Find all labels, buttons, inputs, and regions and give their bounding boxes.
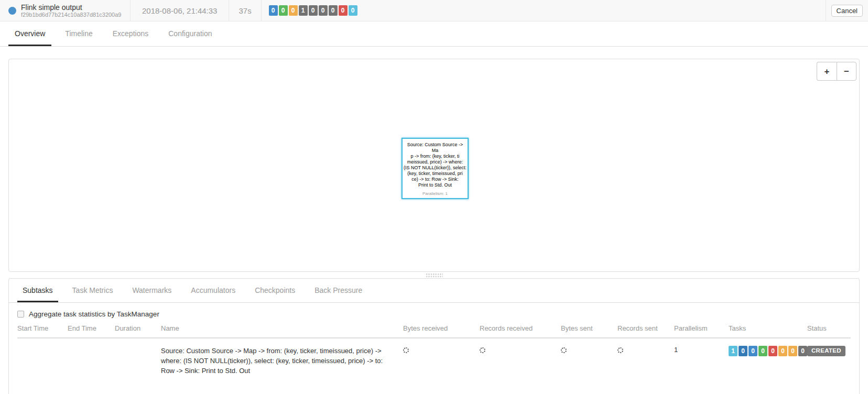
job-id: f29b1bd6d77b214c10a837d81c3200a9 xyxy=(21,12,121,18)
cell-bytes-sent xyxy=(561,338,617,382)
col-records-sent: Records sent xyxy=(617,318,674,338)
task-count-badge: 0 xyxy=(788,346,797,356)
job-header: Flink simple output f29b1bd6d77b214c10a8… xyxy=(0,0,868,21)
task-count-badge: 0 xyxy=(289,5,298,16)
col-bytes-received: Bytes received xyxy=(403,318,480,338)
task-count-badge: 1 xyxy=(299,5,308,16)
status-badge: CREATED xyxy=(807,346,845,356)
tab-configuration[interactable]: Configuration xyxy=(162,22,218,46)
cell-name: Source: Custom Source -> Map -> from: (k… xyxy=(161,338,403,382)
tab-back-pressure[interactable]: Back Pressure xyxy=(309,279,367,302)
task-count-badge: 0 xyxy=(329,5,338,16)
cell-records-received xyxy=(480,338,561,382)
task-count-badge: 0 xyxy=(349,5,357,16)
subtask-status-badges: 10000000 xyxy=(729,346,803,356)
col-duration: Duration xyxy=(115,318,161,338)
job-start-time: 2018-08-06, 21:44:33 xyxy=(131,0,229,21)
task-count-badge: 0 xyxy=(758,346,767,356)
task-count-badge: 0 xyxy=(798,346,807,356)
job-detail-panel: Subtasks Task Metrics Watermarks Accumul… xyxy=(8,278,860,394)
cell-parallelism: 1 xyxy=(674,338,729,382)
job-identity: Flink simple output f29b1bd6d77b214c10a8… xyxy=(0,0,130,21)
job-task-status-badges: 000100000 xyxy=(262,0,365,21)
cell-status: CREATED xyxy=(807,338,851,382)
col-records-received: Records received xyxy=(480,318,561,338)
tab-overview[interactable]: Overview xyxy=(8,22,51,46)
task-count-badge: 0 xyxy=(748,346,757,356)
zoom-in-button[interactable]: + xyxy=(817,62,837,81)
cancel-button[interactable]: Cancel xyxy=(831,5,863,17)
cell-end-time xyxy=(68,338,115,382)
vertex-parallelism: Parallelism: 1 xyxy=(422,191,448,196)
task-count-badge: 1 xyxy=(729,346,737,356)
col-end-time: End Time xyxy=(68,318,115,338)
col-parallelism: Parallelism xyxy=(674,318,729,338)
tab-accumulators[interactable]: Accumulators xyxy=(186,279,241,302)
spinner-icon xyxy=(480,347,485,353)
task-count-badge: 0 xyxy=(739,346,747,356)
cell-records-sent xyxy=(617,338,674,382)
task-count-badge: 0 xyxy=(778,346,787,356)
tab-watermarks[interactable]: Watermarks xyxy=(127,279,177,302)
task-count-badge: 0 xyxy=(319,5,328,16)
aggregate-checkbox[interactable] xyxy=(17,311,24,318)
panel-resize-handle[interactable] xyxy=(426,273,443,278)
job-vertex-node[interactable]: Source: Custom Source -> Ma p -> from: (… xyxy=(402,138,469,199)
aggregate-label: Aggregate task statistics by TaskManager xyxy=(29,310,159,318)
vertex-name: Source: Custom Source -> Ma p -> from: (… xyxy=(404,142,466,188)
tab-task-metrics[interactable]: Task Metrics xyxy=(67,279,118,302)
tab-subtasks[interactable]: Subtasks xyxy=(17,279,58,302)
task-count-badge: 0 xyxy=(269,5,278,16)
col-bytes-sent: Bytes sent xyxy=(561,318,617,338)
task-count-badge: 0 xyxy=(279,5,288,16)
graph-zoom-controls: + − xyxy=(817,62,856,81)
table-row[interactable]: Source: Custom Source -> Map -> from: (k… xyxy=(17,338,851,382)
table-header-row: Start Time End Time Duration Name Bytes … xyxy=(17,318,851,338)
tab-timeline[interactable]: Timeline xyxy=(59,22,99,46)
spinner-icon xyxy=(617,347,623,353)
detail-tabs: Subtasks Task Metrics Watermarks Accumul… xyxy=(9,279,859,303)
tab-checkpoints[interactable]: Checkpoints xyxy=(249,279,300,302)
job-duration: 37s xyxy=(229,0,261,21)
cell-tasks: 10000000 xyxy=(729,338,807,382)
col-status: Status xyxy=(807,318,851,338)
job-graph-panel: + − Source: Custom Source -> Ma p -> fro… xyxy=(8,59,860,272)
cell-duration xyxy=(115,338,161,382)
tab-exceptions[interactable]: Exceptions xyxy=(106,22,155,46)
task-count-badge: 0 xyxy=(309,5,318,16)
job-title: Flink simple output xyxy=(21,3,121,12)
task-count-badge: 0 xyxy=(339,5,348,16)
cell-start-time xyxy=(17,338,68,382)
spinner-icon xyxy=(561,347,567,353)
subtasks-table: Start Time End Time Duration Name Bytes … xyxy=(17,318,851,382)
col-tasks: Tasks xyxy=(729,318,807,338)
col-name: Name xyxy=(161,318,403,338)
task-count-badge: 0 xyxy=(768,346,777,356)
spinner-icon xyxy=(403,347,409,353)
flink-job-page: Flink simple output f29b1bd6d77b214c10a8… xyxy=(0,0,868,394)
col-start-time: Start Time xyxy=(17,318,68,338)
job-tabs: Overview Timeline Exceptions Configurati… xyxy=(0,21,868,47)
job-status-dot-icon xyxy=(8,7,16,15)
cell-bytes-received xyxy=(403,338,480,382)
zoom-out-button[interactable]: − xyxy=(837,62,856,81)
